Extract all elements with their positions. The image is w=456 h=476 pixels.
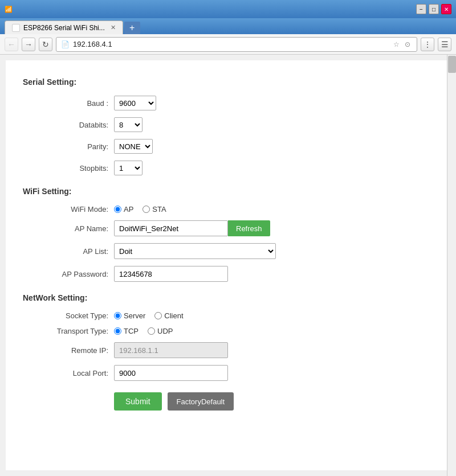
ap-name-row: AP Name: Refresh <box>34 220 433 236</box>
local-port-row: Local Port: <box>34 365 433 381</box>
action-row: Submit FactoryDefault <box>23 392 433 411</box>
refresh-nav-button[interactable]: ↻ <box>39 38 52 51</box>
parity-row: Parity: NONE ODD EVEN <box>34 139 433 154</box>
submit-button[interactable]: Submit <box>114 392 162 411</box>
baud-label: Baud : <box>34 99 114 108</box>
parity-control: NONE ODD EVEN <box>114 139 153 154</box>
forward-button[interactable]: → <box>22 38 35 51</box>
transport-udp-label[interactable]: UDP <box>148 327 173 335</box>
wifi-setting-form: WiFi Mode: AP STA AP Name: R <box>34 205 433 282</box>
stopbits-row: Stopbits: 1 2 <box>34 161 433 175</box>
transport-tcp-radio[interactable] <box>114 327 121 335</box>
tab-bar: ESP8266 Serial WiFi Shi... ✕ + <box>0 18 456 34</box>
baud-row: Baud : 9600 19200 38400 57600 115200 <box>34 96 433 110</box>
socket-client-label[interactable]: Client <box>154 311 183 320</box>
remote-ip-row: Remote IP: <box>34 342 433 358</box>
remote-ip-input[interactable] <box>114 342 228 358</box>
transport-tcp-text: TCP <box>124 327 139 335</box>
socket-type-control: Server Client <box>114 311 184 320</box>
network-setting-form: Socket Type: Server Client Transport Typ… <box>34 311 433 381</box>
local-port-control <box>114 365 228 381</box>
socket-client-radio[interactable] <box>154 312 162 319</box>
network-status-icon: 📶 <box>5 6 13 13</box>
databits-label: Databits: <box>34 121 114 129</box>
address-text: 192.168.4.1 <box>73 40 388 48</box>
back-button[interactable]: ← <box>5 38 18 51</box>
ap-list-control: Doit <box>114 243 276 259</box>
parity-select[interactable]: NONE ODD EVEN <box>114 139 153 154</box>
socket-type-row: Socket Type: Server Client <box>34 311 433 320</box>
transport-tcp-label[interactable]: TCP <box>114 327 139 335</box>
ap-password-label: AP Password: <box>34 270 114 278</box>
wifi-mode-row: WiFi Mode: AP STA <box>34 205 433 214</box>
address-bar[interactable]: 📄 192.168.4.1 ☆ ⊙ <box>56 37 417 52</box>
window-controls: − □ ✕ <box>416 4 451 14</box>
scrollbar-track[interactable] <box>447 55 456 476</box>
factory-default-button[interactable]: FactoryDefault <box>168 392 234 411</box>
wifi-mode-ap-radio[interactable] <box>114 206 121 213</box>
stopbits-label: Stopbits: <box>34 164 114 173</box>
ap-password-control <box>114 266 228 282</box>
extensions-button[interactable]: ⋮ <box>421 38 434 51</box>
tab-favicon <box>12 24 20 32</box>
transport-type-control: TCP UDP <box>114 327 173 335</box>
bookmark-icon[interactable]: ☆ <box>392 40 401 49</box>
serial-setting-title: Serial Setting: <box>23 77 433 87</box>
tab-title: ESP8266 Serial WiFi Shi... <box>23 24 105 32</box>
extensions-icon: ⋮ <box>424 40 431 49</box>
parity-label: Parity: <box>34 142 114 151</box>
wifi-mode-ap-label[interactable]: AP <box>114 205 133 214</box>
address-icons: ☆ ⊙ <box>392 40 412 49</box>
browser-toolbar: ← → ↻ 📄 192.168.4.1 ☆ ⊙ ⋮ ☰ <box>0 34 456 55</box>
transport-udp-text: UDP <box>157 327 173 335</box>
network-setting-title: NetWork Setting: <box>23 293 433 302</box>
stopbits-control: 1 2 <box>114 161 142 175</box>
databits-row: Databits: 8 7 <box>34 117 433 132</box>
new-tab-icon: + <box>129 23 135 32</box>
window-titlebar: 📶 − □ ✕ <box>0 0 456 18</box>
ap-name-input[interactable] <box>114 220 228 236</box>
wifi-mode-ap-text: AP <box>124 205 133 214</box>
wifi-mode-sta-radio[interactable] <box>142 206 150 213</box>
browser-tab[interactable]: ESP8266 Serial WiFi Shi... ✕ <box>5 20 123 34</box>
socket-type-label: Socket Type: <box>34 311 114 320</box>
ap-list-label: AP List: <box>34 247 114 256</box>
databits-control: 8 7 <box>114 117 142 132</box>
baud-select[interactable]: 9600 19200 38400 57600 115200 <box>114 96 156 110</box>
socket-server-label[interactable]: Server <box>114 311 145 320</box>
remote-ip-label: Remote IP: <box>34 346 114 355</box>
titlebar-left: 📶 <box>5 6 13 13</box>
ap-password-row: AP Password: <box>34 266 433 282</box>
page-content: Serial Setting: Baud : 9600 19200 38400 … <box>6 60 450 470</box>
serial-setting-form: Baud : 9600 19200 38400 57600 115200 Dat… <box>34 96 433 175</box>
socket-server-radio[interactable] <box>114 312 121 319</box>
local-port-input[interactable] <box>114 365 228 381</box>
wifi-mode-control: AP STA <box>114 205 166 214</box>
ap-name-label: AP Name: <box>34 224 114 233</box>
transport-type-row: Transport Type: TCP UDP <box>34 327 433 335</box>
page-actions-icon[interactable]: ⊙ <box>403 40 412 49</box>
wifi-setting-title: WiFi Setting: <box>23 187 433 196</box>
stopbits-select[interactable]: 1 2 <box>114 161 142 175</box>
refresh-button[interactable]: Refresh <box>228 220 270 236</box>
wifi-mode-label: WiFi Mode: <box>34 205 114 214</box>
maximize-button[interactable]: □ <box>429 4 439 14</box>
ap-password-input[interactable] <box>114 266 228 282</box>
new-tab-button[interactable]: + <box>124 22 140 34</box>
socket-server-text: Server <box>124 311 145 320</box>
tab-close-button[interactable]: ✕ <box>111 24 116 31</box>
minimize-button[interactable]: − <box>416 4 426 14</box>
transport-udp-radio[interactable] <box>148 327 155 335</box>
menu-button[interactable]: ☰ <box>438 38 451 51</box>
databits-select[interactable]: 8 7 <box>114 117 142 132</box>
close-button[interactable]: ✕ <box>441 4 451 14</box>
wifi-mode-sta-label[interactable]: STA <box>142 205 166 214</box>
ap-list-select[interactable]: Doit <box>114 243 276 259</box>
socket-client-text: Client <box>164 311 183 320</box>
ap-name-control: Refresh <box>114 220 270 236</box>
page-wrapper: Serial Setting: Baud : 9600 19200 38400 … <box>0 55 456 476</box>
page-icon: 📄 <box>61 40 70 48</box>
scrollbar-thumb[interactable] <box>448 56 456 73</box>
ap-list-row: AP List: Doit <box>34 243 433 259</box>
remote-ip-control <box>114 342 228 358</box>
